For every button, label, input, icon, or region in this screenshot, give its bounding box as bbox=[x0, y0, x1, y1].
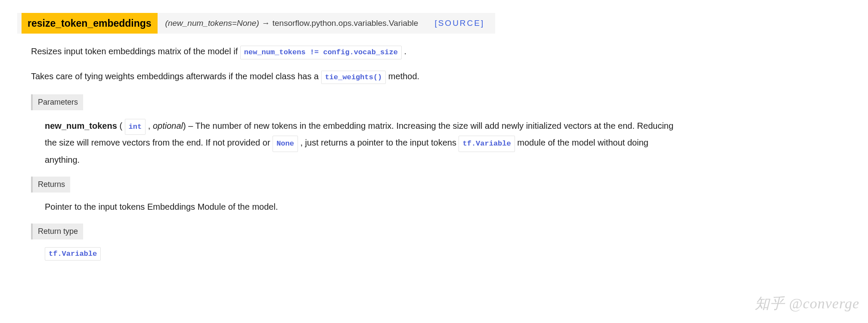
code-return-type: tf.Variable bbox=[45, 247, 101, 261]
watermark: 知乎 @converge bbox=[755, 292, 859, 314]
text: ( bbox=[117, 121, 125, 130]
return-arrow: → bbox=[262, 17, 270, 30]
description-paragraph-2: Takes care of tying weights embeddings a… bbox=[31, 70, 851, 84]
text: method. bbox=[388, 71, 419, 81]
return-type-section-header: Return type bbox=[31, 224, 851, 239]
returns-label: Returns bbox=[33, 177, 70, 193]
return-type-label: Return type bbox=[33, 224, 83, 239]
method-name: resize_token_embeddings bbox=[22, 13, 158, 34]
parameters-label: Parameters bbox=[33, 94, 83, 110]
param-name: new_num_tokens bbox=[45, 121, 117, 130]
text: ) bbox=[183, 121, 186, 130]
text: Takes care of tying weights embeddings a… bbox=[31, 71, 321, 81]
text: – bbox=[186, 121, 195, 130]
param-optional: optional bbox=[153, 121, 183, 130]
text: . bbox=[404, 47, 406, 56]
returns-description: Pointer to the input tokens Embeddings M… bbox=[45, 200, 851, 213]
code-tf-variable: tf.Variable bbox=[459, 136, 515, 152]
method-params: (new_num_tokens=None) bbox=[165, 17, 259, 30]
code-tie-weights: tie_weights() bbox=[321, 71, 386, 84]
method-signature-bar: resize_token_embeddings (new_num_tokens=… bbox=[17, 13, 495, 34]
method-return-type: tensorflow.python.ops.variables.Variable bbox=[273, 17, 418, 30]
text: , just returns a pointer to the input to… bbox=[298, 138, 459, 147]
parameter-description: new_num_tokens ( int , optional) – The n… bbox=[45, 118, 682, 168]
text: , bbox=[146, 121, 153, 130]
return-type-value: tf.Variable bbox=[45, 247, 851, 261]
code-condition: new_num_tokens != config.vocab_size bbox=[240, 46, 402, 59]
code-none: None bbox=[273, 136, 298, 152]
parameters-section-header: Parameters bbox=[31, 94, 851, 110]
description-paragraph-1: Resizes input token embeddings matrix of… bbox=[31, 45, 851, 59]
source-link[interactable]: [SOURCE] bbox=[434, 17, 484, 30]
text: Resizes input token embeddings matrix of… bbox=[31, 47, 240, 56]
returns-section-header: Returns bbox=[31, 177, 851, 193]
method-doc-content: Resizes input token embeddings matrix of… bbox=[31, 45, 851, 261]
param-type-code: int bbox=[125, 119, 146, 135]
